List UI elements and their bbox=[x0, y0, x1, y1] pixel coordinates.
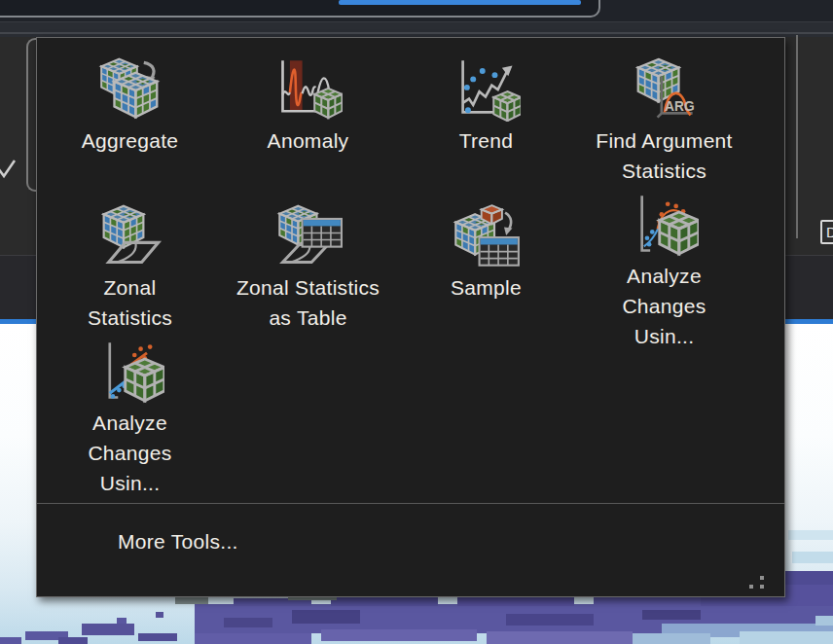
gallery-item-trend[interactable]: Trend bbox=[397, 46, 575, 192]
gallery-item-aggregate[interactable]: Aggregate bbox=[41, 46, 219, 192]
gallery-item-label: Find Argument Statistics bbox=[579, 125, 750, 186]
gallery-item-label: Sample bbox=[451, 272, 522, 303]
gallery-item-label: Aggregate bbox=[82, 125, 179, 156]
zonal-statistics-table-icon bbox=[274, 193, 343, 268]
gallery-item-zonal-statistics[interactable]: Zonal Statistics bbox=[41, 193, 219, 339]
ribbon-separator-line bbox=[796, 35, 798, 238]
aggregate-cubes-icon bbox=[96, 46, 164, 122]
gallery-item-anomaly[interactable]: Anomaly bbox=[219, 46, 397, 192]
partial-button-d[interactable]: D bbox=[820, 220, 833, 244]
analyze-changes-landtrendr-icon bbox=[96, 340, 164, 404]
anomaly-chart-icon bbox=[274, 46, 343, 122]
ribbon-divider-band bbox=[0, 21, 833, 38]
ribbon-top-strip bbox=[0, 0, 833, 37]
gallery-item-label: Analyze Changes Usin... bbox=[593, 261, 737, 351]
trend-chart-icon bbox=[453, 46, 521, 122]
analyze-changes-ccdc-icon bbox=[631, 193, 699, 257]
gallery-item-analyze-changes-ccdc[interactable]: Analyze Changes Usin... bbox=[575, 193, 753, 339]
arcgis-pro-window: { "colors": { "accent_blue": "#2e7cd4", … bbox=[0, 0, 833, 644]
gallery-item-analyze-changes-landtrendr[interactable]: Analyze Changes Usin... bbox=[41, 340, 219, 485]
gallery-item-sample[interactable]: Sample bbox=[397, 193, 575, 339]
more-tools-button[interactable]: More Tools... bbox=[37, 520, 784, 563]
argument-statistics-icon: ARG bbox=[631, 46, 699, 122]
gallery-item-zonal-statistics-as-table[interactable]: Zonal Statistics as Table bbox=[219, 193, 397, 339]
gallery-item-find-argument-statistics[interactable]: ARG Find Argument Statistics bbox=[575, 46, 753, 192]
svg-text:ARG: ARG bbox=[665, 99, 695, 114]
checkmark-icon bbox=[0, 160, 17, 183]
sample-icon bbox=[453, 193, 521, 268]
gallery-item-label: Zonal Statistics as Table bbox=[223, 272, 394, 333]
gallery-item-label: Anomaly bbox=[268, 125, 349, 156]
raster-tools-flyout: Aggregate Anomaly bbox=[36, 37, 785, 597]
ribbon-gallery-highlight bbox=[339, 0, 581, 5]
resize-grip[interactable] bbox=[749, 574, 771, 591]
zonal-statistics-icon bbox=[96, 193, 164, 268]
gallery-item-label: Analyze Changes Usin... bbox=[58, 408, 202, 498]
ribbon-divider-line bbox=[0, 32, 833, 34]
menu-separator bbox=[37, 503, 784, 504]
gallery-item-label: Trend bbox=[459, 125, 514, 156]
gallery-item-label: Zonal Statistics bbox=[76, 272, 185, 333]
